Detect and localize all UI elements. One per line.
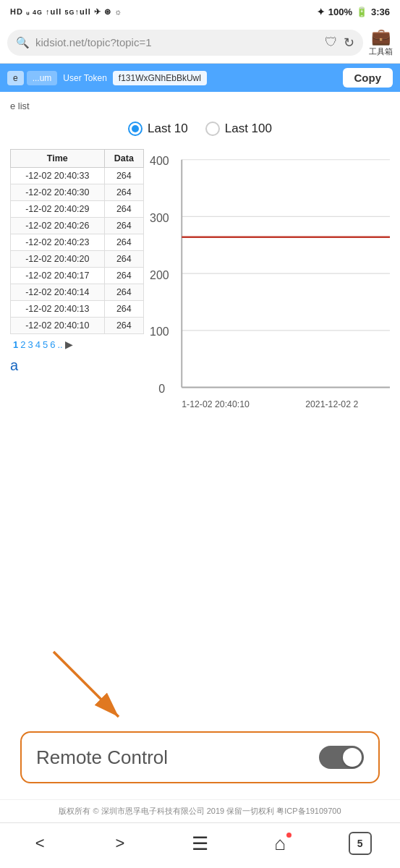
table-cell-time: -12-02 20:40:29: [11, 201, 105, 218]
page-4[interactable]: 4: [35, 339, 41, 350]
page-1[interactable]: 1: [13, 339, 18, 350]
user-token-label: User Token: [63, 73, 106, 83]
reload-button[interactable]: ↻: [344, 35, 354, 51]
status-left: HD ᵤ 4G ↑ull 5G↑ull ✈ ⊛ ☼: [10, 7, 122, 17]
radio-last10-circle: [128, 122, 142, 136]
menu-button[interactable]: ☰: [184, 833, 216, 855]
page-6[interactable]: 6: [50, 339, 55, 350]
address-input-wrap[interactable]: 🔍 kidsiot.net/topic?topic=1 🛡 ↻: [7, 30, 363, 56]
tab-dots[interactable]: ...um: [27, 71, 58, 85]
tab-e[interactable]: e: [7, 71, 24, 85]
table-cell-time: -12-02 20:40:14: [11, 284, 105, 301]
table-row: -12-02 20:40:26 264: [11, 218, 144, 234]
nav-bar: < > ☰ ⌂ 5: [0, 822, 400, 868]
status-right: ✦ 100% 🔋 3:36: [317, 7, 390, 17]
col-time-header: Time: [11, 150, 105, 168]
chart-wrap: 400 300 200 100 0 1-12-02 20:40:10: [144, 149, 390, 445]
menu-icon: ☰: [192, 833, 208, 855]
back-icon: <: [35, 834, 45, 853]
footer-text: 版权所有 © 深圳市恩孚电子科技有限公司 2019 保留一切权利 粤ICP备19…: [0, 799, 400, 822]
table-cell-data: 264: [104, 218, 143, 234]
token-value: f131WxGNhEbBkUwl: [113, 71, 207, 85]
svg-text:300: 300: [150, 212, 169, 224]
table-cell-data: 264: [104, 201, 143, 218]
url-text: kidsiot.net/topic?topic=1: [35, 36, 319, 48]
table-row: -12-02 20:40:17 264: [11, 268, 144, 284]
back-button[interactable]: <: [24, 834, 56, 853]
svg-text:0: 0: [158, 383, 165, 395]
table-row: -12-02 20:40:29 264: [11, 201, 144, 218]
table-cell-data: 264: [104, 318, 143, 334]
forward-button[interactable]: >: [104, 834, 136, 853]
table-row: -12-02 20:40:23 264: [11, 234, 144, 251]
data-chart-row: Time Data -12-02 20:40:33 264 -12-02 20:…: [10, 149, 390, 445]
radio-last100-circle: [205, 122, 220, 136]
toolbox-icon: 💼: [371, 27, 391, 46]
table-cell-data: 264: [104, 284, 143, 301]
page-3[interactable]: 3: [27, 339, 33, 350]
page-list-label: e list: [10, 101, 390, 111]
table-cell-data: 264: [104, 268, 143, 284]
home-icon: ⌂: [274, 833, 286, 855]
page-5[interactable]: 5: [43, 339, 48, 350]
home-button[interactable]: ⌂: [264, 833, 296, 855]
table-cell-data: 264: [104, 184, 143, 201]
toolbox-button[interactable]: 💼 工具箱: [369, 27, 393, 57]
page-2[interactable]: 2: [20, 339, 25, 350]
table-cell-time: -12-02 20:40:10: [11, 318, 105, 334]
table-cell-data: 264: [104, 251, 143, 268]
time-text: 3:36: [371, 7, 390, 17]
remote-control-box: Remote Control: [20, 731, 380, 783]
radio-last100[interactable]: Last 100: [205, 122, 272, 136]
token-bar: e ...um User Token f131WxGNhEbBkUwl Copy: [0, 64, 400, 92]
svg-text:1-12-02 20:40:10: 1-12-02 20:40:10: [182, 399, 250, 409]
page-dots: ..: [57, 339, 62, 350]
main-content: e list Last 10 Last 100 Time Data: [0, 92, 400, 644]
toggle-knob: [343, 748, 362, 767]
radio-last100-label: Last 100: [225, 122, 272, 136]
toolbox-label: 工具箱: [369, 46, 393, 57]
chart-svg: 400 300 200 100 0 1-12-02 20:40:10: [150, 149, 390, 443]
bluetooth-icon: ✦: [317, 7, 325, 17]
table-cell-time: -12-02 20:40:30: [11, 184, 105, 201]
radio-last10-label: Last 10: [148, 122, 188, 136]
label-a: a: [10, 357, 144, 374]
data-table-wrap: Time Data -12-02 20:40:33 264 -12-02 20:…: [10, 149, 144, 374]
data-table: Time Data -12-02 20:40:33 264 -12-02 20:…: [10, 149, 144, 334]
table-row: -12-02 20:40:14 264: [11, 284, 144, 301]
table-cell-time: -12-02 20:40:26: [11, 218, 105, 234]
battery-text: 100%: [328, 7, 352, 17]
arrow-area: [10, 644, 390, 731]
home-notification-dot: [286, 833, 292, 838]
table-cell-time: -12-02 20:40:13: [11, 301, 105, 318]
tabs-count-badge: 5: [349, 832, 372, 855]
table-row: -12-02 20:40:13 264: [11, 301, 144, 318]
tabs-button[interactable]: 5: [344, 832, 376, 855]
copy-button[interactable]: Copy: [343, 68, 393, 88]
table-row: -12-02 20:40:10 264: [11, 318, 144, 334]
status-bar: HD ᵤ 4G ↑ull 5G↑ull ✈ ⊛ ☼ ✦ 100% 🔋 3:36: [0, 0, 400, 22]
pagination: 1 2 3 4 5 6 .. ▶: [10, 334, 144, 354]
table-cell-data: 264: [104, 234, 143, 251]
signal-icons: HD ᵤ 4G ↑ull 5G↑ull ✈ ⊛ ☼: [10, 7, 122, 17]
tabs-count: 5: [357, 838, 363, 849]
table-cell-time: -12-02 20:40:17: [11, 268, 105, 284]
table-cell-time: -12-02 20:40:33: [11, 168, 105, 184]
toggle-switch[interactable]: [319, 746, 364, 769]
battery-icon: 🔋: [356, 7, 367, 17]
page-next-arrow[interactable]: ▶: [65, 339, 73, 350]
table-row: -12-02 20:40:30 264: [11, 184, 144, 201]
table-row: -12-02 20:40:33 264: [11, 168, 144, 184]
svg-line-16: [54, 652, 119, 717]
table-cell-time: -12-02 20:40:20: [11, 251, 105, 268]
arrow-svg: [39, 644, 148, 731]
shield-button[interactable]: 🛡: [325, 35, 338, 50]
table-cell-time: -12-02 20:40:23: [11, 234, 105, 251]
search-icon: 🔍: [16, 36, 30, 49]
address-bar-row: 🔍 kidsiot.net/topic?topic=1 🛡 ↻ 💼 工具箱: [0, 22, 400, 64]
radio-last10[interactable]: Last 10: [128, 122, 188, 136]
svg-text:100: 100: [150, 326, 169, 338]
remote-control-label: Remote Control: [36, 746, 168, 769]
radio-row: Last 10 Last 100: [10, 122, 390, 136]
svg-text:2021-12-02 2: 2021-12-02 2: [305, 399, 358, 409]
